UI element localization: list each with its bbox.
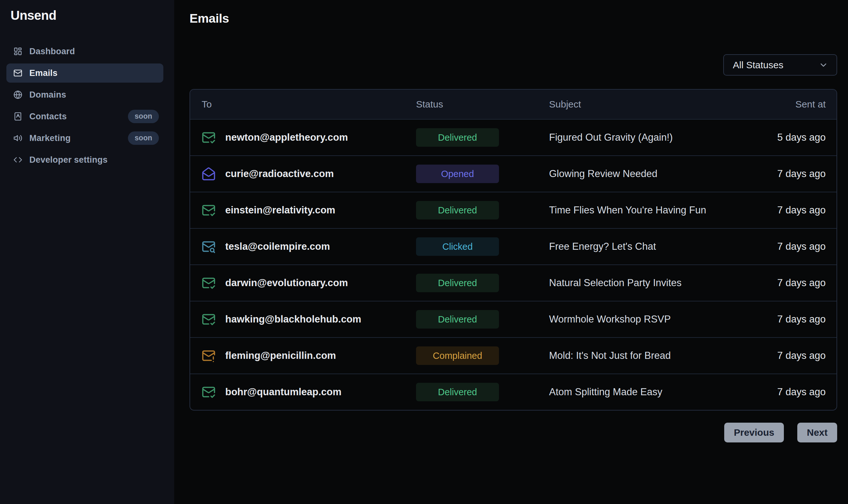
app-root: Unsend DashboardEmailsDomainsContactssoo… <box>0 0 848 504</box>
table-header: To Status Subject Sent at <box>190 90 836 119</box>
mail-warning-icon <box>202 349 216 363</box>
speaker-icon <box>13 134 22 143</box>
subject-cell: Natural Selection Party Invites <box>549 277 724 289</box>
status-cell: Delivered <box>416 383 549 401</box>
sidebar-item-label: Emails <box>29 68 57 78</box>
column-header-status: Status <box>416 99 549 110</box>
status-cell: Opened <box>416 165 549 183</box>
recipient-email: fleming@penicillin.com <box>225 350 336 361</box>
table-body: newton@appletheory.comDeliveredFigured O… <box>190 119 836 410</box>
toolbar: All Statuses <box>190 54 837 76</box>
status-badge: Delivered <box>416 383 499 401</box>
sent-at-cell: 7 days ago <box>724 277 826 289</box>
subject-cell: Time Flies When You're Having Fun <box>549 204 724 216</box>
mail-check-icon <box>202 312 216 326</box>
sidebar-item-domains[interactable]: Domains <box>6 85 163 104</box>
status-badge: Delivered <box>416 201 499 219</box>
recipient-cell: hawking@blackholehub.com <box>202 312 416 326</box>
mail-icon <box>13 69 22 77</box>
sent-at-cell: 7 days ago <box>724 313 826 325</box>
mail-open-icon <box>202 167 216 181</box>
sidebar-item-label: Dashboard <box>29 47 75 56</box>
sidebar-item-contacts[interactable]: Contactssoon <box>6 107 163 126</box>
status-badge: Opened <box>416 165 499 183</box>
status-badge: Delivered <box>416 310 499 328</box>
sidebar-item-label: Developer settings <box>29 155 108 165</box>
recipient-cell: tesla@coilempire.com <box>202 239 416 254</box>
page-title: Emails <box>190 12 837 25</box>
sent-at-cell: 5 days ago <box>724 132 826 143</box>
sidebar-nav: DashboardEmailsDomainsContactssoonMarket… <box>6 42 163 169</box>
status-badge: Delivered <box>416 128 499 147</box>
sidebar-item-label: Marketing <box>29 133 71 143</box>
recipient-email: curie@radioactive.com <box>225 168 334 180</box>
recipient-cell: fleming@penicillin.com <box>202 349 416 363</box>
mail-check-icon <box>202 276 216 290</box>
sidebar-item-dashboard[interactable]: Dashboard <box>6 42 163 61</box>
soon-badge: soon <box>128 131 159 145</box>
chevron-down-icon <box>819 60 828 70</box>
app-logo: Unsend <box>6 8 163 23</box>
recipient-cell: newton@appletheory.com <box>202 130 416 144</box>
sent-at-cell: 7 days ago <box>724 386 826 398</box>
sent-at-cell: 7 days ago <box>724 204 826 216</box>
status-cell: Complained <box>416 346 549 365</box>
soon-badge: soon <box>128 110 159 123</box>
mail-search-icon <box>202 239 216 254</box>
table-row[interactable]: tesla@coilempire.comClickedFree Energy? … <box>190 228 836 265</box>
status-badge: Delivered <box>416 274 499 292</box>
subject-cell: Glowing Review Needed <box>549 168 724 180</box>
subject-cell: Wormhole Workshop RSVP <box>549 313 724 325</box>
recipient-email: bohr@quantumleap.com <box>225 386 341 398</box>
table-row[interactable]: newton@appletheory.comDeliveredFigured O… <box>190 119 836 155</box>
status-cell: Clicked <box>416 237 549 256</box>
recipient-email: einstein@relativity.com <box>225 204 335 216</box>
status-cell: Delivered <box>416 201 549 219</box>
sidebar-item-marketing[interactable]: Marketingsoon <box>6 129 163 148</box>
sidebar: Unsend DashboardEmailsDomainsContactssoo… <box>0 0 174 504</box>
column-header-sent-at: Sent at <box>724 99 826 110</box>
table-row[interactable]: hawking@blackholehub.comDeliveredWormhol… <box>190 301 836 337</box>
mail-check-icon <box>202 203 216 217</box>
subject-cell: Atom Splitting Made Easy <box>549 386 724 398</box>
sent-at-cell: 7 days ago <box>724 350 826 361</box>
contact-book-icon <box>13 112 22 121</box>
recipient-email: darwin@evolutionary.com <box>225 277 348 289</box>
sidebar-item-label: Domains <box>29 90 66 100</box>
recipient-cell: curie@radioactive.com <box>202 167 416 181</box>
recipient-cell: darwin@evolutionary.com <box>202 276 416 290</box>
recipient-email: hawking@blackholehub.com <box>225 313 361 325</box>
mail-check-icon <box>202 130 216 144</box>
main-content: Emails All Statuses To Status Subject Se… <box>174 0 848 504</box>
subject-cell: Figured Out Gravity (Again!) <box>549 132 724 143</box>
column-header-to: To <box>202 99 416 110</box>
table-row[interactable]: einstein@relativity.comDeliveredTime Fli… <box>190 192 836 228</box>
sent-at-cell: 7 days ago <box>724 241 826 252</box>
table-row[interactable]: curie@radioactive.comOpenedGlowing Revie… <box>190 155 836 192</box>
code-icon <box>13 155 22 164</box>
sidebar-item-developer-settings[interactable]: Developer settings <box>6 150 163 169</box>
table-row[interactable]: fleming@penicillin.comComplainedMold: It… <box>190 337 836 374</box>
emails-table: To Status Subject Sent at newton@appleth… <box>190 89 837 411</box>
status-cell: Delivered <box>416 310 549 328</box>
column-header-subject: Subject <box>549 99 724 110</box>
subject-cell: Mold: It's Not Just for Bread <box>549 350 724 361</box>
dashboard-icon <box>13 47 22 56</box>
subject-cell: Free Energy? Let's Chat <box>549 241 724 252</box>
previous-button[interactable]: Previous <box>724 422 784 443</box>
table-row[interactable]: darwin@evolutionary.comDeliveredNatural … <box>190 265 836 301</box>
recipient-cell: einstein@relativity.com <box>202 203 416 217</box>
next-button[interactable]: Next <box>797 422 837 443</box>
sidebar-item-label: Contacts <box>29 112 67 122</box>
recipient-email: newton@appletheory.com <box>225 132 348 143</box>
status-cell: Delivered <box>416 128 549 147</box>
table-row[interactable]: bohr@quantumleap.comDeliveredAtom Splitt… <box>190 374 836 410</box>
status-badge: Complained <box>416 346 499 365</box>
mail-check-icon <box>202 385 216 399</box>
status-filter-dropdown[interactable]: All Statuses <box>723 54 837 76</box>
sent-at-cell: 7 days ago <box>724 168 826 180</box>
status-cell: Delivered <box>416 274 549 292</box>
status-filter-value: All Statuses <box>733 60 783 71</box>
pagination: Previous Next <box>190 422 837 443</box>
sidebar-item-emails[interactable]: Emails <box>6 64 163 83</box>
